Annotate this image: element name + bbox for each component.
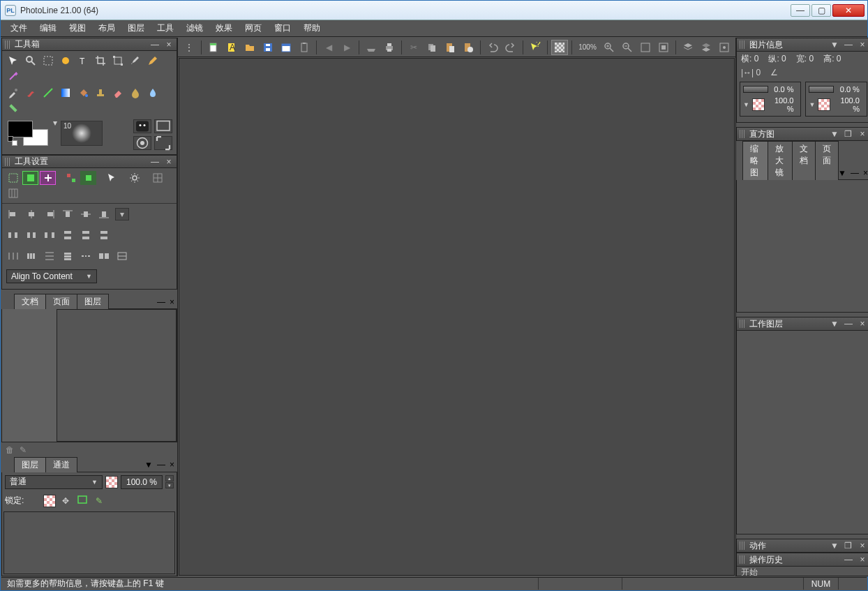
lock-edit-icon[interactable]: ✎	[92, 496, 106, 506]
menu-filter[interactable]: 滤镜	[181, 21, 209, 36]
close-button[interactable]: ✕	[832, 4, 865, 17]
clipboard-icon[interactable]	[296, 40, 313, 55]
tab-page[interactable]: 页面	[45, 294, 77, 309]
tab-magnifier[interactable]: 放大镜	[768, 141, 793, 180]
default-colors-icon[interactable]	[8, 136, 17, 146]
tab-page2[interactable]: 页面	[815, 141, 839, 180]
space-v-icon[interactable]	[43, 250, 57, 262]
opacity-checker-icon[interactable]	[105, 476, 118, 488]
panel-close-icon[interactable]: ×	[858, 319, 867, 329]
worklayer-body[interactable]	[736, 331, 868, 534]
panel-restore-icon[interactable]: ❐	[844, 541, 853, 551]
history-body[interactable]: 开始	[736, 567, 868, 576]
actions-header[interactable]: 动作 ▼ ❐ ×	[736, 539, 868, 553]
info-slot-1[interactable]: 0.0 % ▼100.0 %	[740, 82, 801, 117]
tab-doc[interactable]: 文档	[792, 141, 816, 180]
save-icon[interactable]	[260, 40, 276, 55]
crop-tool-icon[interactable]	[92, 54, 108, 68]
space-eq-h-icon[interactable]	[79, 250, 93, 262]
checker-toggle-icon[interactable]	[551, 40, 568, 55]
menu-layer[interactable]: 图层	[122, 21, 150, 36]
new-text-icon[interactable]: A	[223, 40, 240, 55]
panel-minimize-icon[interactable]: —	[844, 319, 853, 329]
minimize-button[interactable]: —	[791, 4, 810, 17]
toolsettings-header[interactable]: 工具设置 — ×	[1, 155, 177, 168]
prev-icon[interactable]: ◀	[320, 40, 337, 55]
heal-tool-icon[interactable]	[5, 101, 21, 115]
cut-icon[interactable]: ✂	[405, 40, 422, 55]
worklayer-header[interactable]: 工作图层 ▼ — ×	[736, 317, 868, 331]
dist-right-icon[interactable]	[43, 229, 57, 241]
quick-mask-icon[interactable]	[133, 136, 151, 150]
chevron-down-icon[interactable]: ▼	[809, 101, 815, 108]
panel-minimize-icon[interactable]: —	[844, 555, 853, 564]
panel-close-icon[interactable]: ×	[170, 460, 174, 470]
panel-close-icon[interactable]: ×	[858, 40, 867, 50]
tab-thumbnail[interactable]: 缩略图	[742, 141, 768, 180]
info-slot-2[interactable]: 0.0 % ▼100.0 %	[805, 82, 867, 117]
doc-thumb-strip[interactable]	[2, 309, 57, 442]
foreground-color-swatch[interactable]	[8, 121, 33, 137]
space-h-icon[interactable]	[6, 250, 20, 262]
space-v2-icon[interactable]	[61, 250, 75, 262]
maximize-button[interactable]: ▢	[811, 4, 831, 17]
align-center-icon[interactable]	[80, 171, 96, 185]
tab-document[interactable]: 文档	[14, 294, 46, 309]
fullscreen-icon[interactable]	[154, 136, 172, 150]
menu-file[interactable]: 文件	[5, 21, 33, 36]
align-top-icon[interactable]	[61, 208, 75, 220]
align-to-dropdown[interactable]: Align To Content ▼	[6, 269, 97, 283]
opacity-up-icon[interactable]: ▴	[165, 475, 174, 481]
dist-vcenter-icon[interactable]	[79, 229, 93, 241]
align-vcenter-icon[interactable]	[79, 208, 93, 220]
zoom-tool-icon[interactable]	[22, 54, 38, 68]
canvas-area[interactable]	[179, 58, 735, 576]
align-hcenter-icon[interactable]	[24, 208, 38, 220]
panel-close-icon[interactable]: ×	[858, 129, 867, 139]
mask-mode-icon[interactable]	[133, 119, 151, 133]
move-tool-icon[interactable]	[5, 54, 21, 68]
paste-special-icon[interactable]	[460, 40, 477, 55]
calendar-icon[interactable]	[278, 40, 294, 55]
panel-minimize-icon[interactable]: —	[150, 157, 160, 167]
swap-colors-icon[interactable]: ▾	[51, 118, 59, 128]
dist-top-icon[interactable]	[61, 229, 75, 241]
screen-mode-icon[interactable]	[154, 119, 172, 133]
align-bottom-icon[interactable]	[97, 208, 111, 220]
help-cursor-icon[interactable]: ?	[527, 40, 544, 55]
opacity-field[interactable]: 100.0 %	[121, 475, 163, 489]
bucket-tool-icon[interactable]	[75, 86, 91, 100]
grid-b-icon[interactable]	[5, 186, 21, 200]
open-icon[interactable]	[241, 40, 258, 55]
trash-icon[interactable]: 🗑	[6, 445, 14, 455]
layer-bounds-icon[interactable]	[22, 171, 38, 185]
menu-edit[interactable]: 编辑	[34, 21, 62, 36]
smudge-tool-icon[interactable]	[127, 86, 143, 100]
space-h2-icon[interactable]	[24, 250, 38, 262]
dist-left-icon[interactable]	[6, 229, 20, 241]
menu-tools[interactable]: 工具	[151, 21, 179, 36]
align-more-icon[interactable]: ▾	[115, 208, 129, 220]
align-group-icon[interactable]	[63, 171, 79, 185]
space-eq-v-icon[interactable]	[97, 250, 111, 262]
menu-effect[interactable]: 效果	[210, 21, 238, 36]
align-right-icon[interactable]	[43, 208, 57, 220]
menu-help[interactable]: 帮助	[298, 21, 326, 36]
undo-icon[interactable]	[484, 40, 501, 55]
paste-icon[interactable]	[442, 40, 458, 55]
menu-window[interactable]: 窗口	[269, 21, 297, 36]
lock-transparency-icon[interactable]	[43, 495, 56, 507]
menu-view[interactable]: 视图	[63, 21, 91, 36]
gear-icon[interactable]	[126, 171, 142, 185]
panel-minimize-icon[interactable]: —	[150, 40, 160, 50]
panel-restore-icon[interactable]: ❐	[844, 129, 853, 139]
panel-close-icon[interactable]: ×	[858, 541, 867, 551]
scanner-icon[interactable]	[363, 40, 380, 55]
toolbox-header[interactable]: 工具箱 — ×	[1, 38, 177, 51]
zoom-out-icon[interactable]	[619, 40, 636, 55]
panel-menu-icon[interactable]: ▼	[838, 168, 846, 178]
line-tool-icon[interactable]	[40, 86, 56, 100]
edit-icon[interactable]: ✎	[20, 445, 27, 455]
grid-a-icon[interactable]	[149, 171, 165, 185]
menu-web[interactable]: 网页	[239, 21, 267, 36]
